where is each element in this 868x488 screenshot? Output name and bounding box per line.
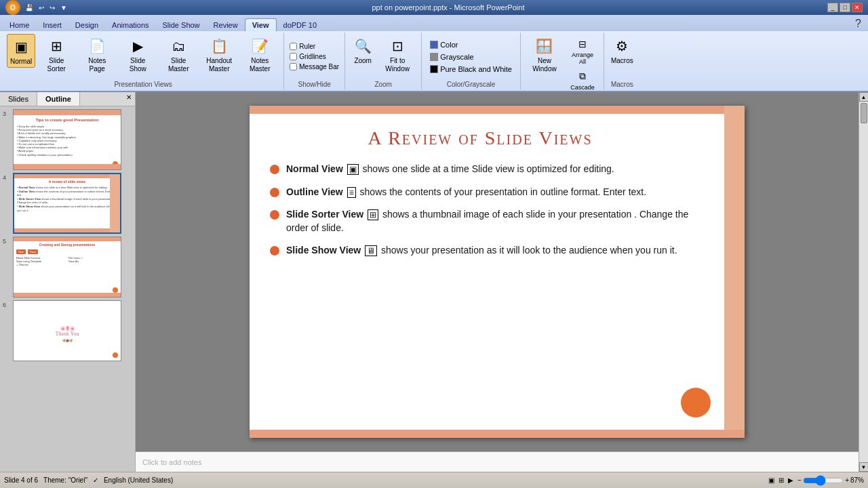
slide-thumb-6[interactable]: 6 🌸🌷🌸 Thank You 🌿🌺🌿	[3, 300, 132, 361]
ribbon-group-zoom: 🔍 Zoom ⊡ Fit to Window Zoom	[345, 33, 422, 89]
zoom-slider[interactable]	[803, 478, 844, 483]
view-sorter-icon[interactable]: ⊞	[778, 476, 784, 484]
quick-access-toolbar: 💾 ↩ ↪ ▼	[23, 3, 69, 12]
tab-animations[interactable]: Animations	[105, 19, 155, 31]
tab-home[interactable]: Home	[3, 19, 36, 31]
color-group-label: Color/Grayscale	[447, 81, 496, 88]
sidebar-tab-slides[interactable]: Slides	[0, 92, 37, 106]
cascade-btn[interactable]: ⧉ Cascade	[567, 68, 598, 92]
arrange-all-btn[interactable]: ⊟ Arrange All	[567, 35, 598, 66]
message-bar-check[interactable]: Message Bar	[288, 62, 340, 71]
slide-title: A Review of Slide Views	[270, 127, 690, 149]
tab-dopdf[interactable]: doPDF 10	[277, 19, 324, 31]
slide-info: Slide 4 of 6	[4, 476, 38, 484]
slide-bottom-decoration	[250, 430, 745, 438]
slide-img-6: 🌸🌷🌸 Thank You 🌿🌺🌿	[13, 300, 121, 361]
view-slideshow-icon[interactable]: ▶	[788, 476, 793, 484]
tab-insert[interactable]: Insert	[36, 19, 68, 31]
close-btn[interactable]: ✕	[852, 3, 863, 12]
pure-bw-label: Pure Black and White	[440, 65, 512, 73]
new-window-icon: 🪟	[534, 35, 555, 57]
new-window-label: New Window	[528, 57, 561, 73]
sidebar-tab-outline[interactable]: Outline	[37, 92, 80, 106]
slide-thumb-4[interactable]: 4 A review of slide views • Normal View …	[3, 173, 132, 234]
bullet-text-2: Outline View ≡ shows the contents of you…	[286, 186, 646, 199]
slide-thumb-3[interactable]: 3 Tips to create good Presentation • Kee…	[3, 109, 132, 170]
slide-right-decoration	[724, 106, 745, 438]
zoom-btn[interactable]: 🔍 Zoom	[349, 34, 376, 66]
tab-view[interactable]: View	[245, 18, 277, 31]
zoom-control[interactable]: − + 87%	[797, 476, 864, 484]
grayscale-btn[interactable]: Grayscale	[426, 52, 478, 62]
slide-sorter-btn[interactable]: ⊞ Slide Sorter	[37, 34, 76, 75]
slide-num-4: 4	[3, 174, 11, 181]
color-btn[interactable]: Color	[426, 39, 462, 50]
fit-to-window-label: Fit to Window	[380, 57, 414, 73]
zoom-in-btn[interactable]: +	[845, 476, 849, 484]
gridlines-check[interactable]: Gridlines	[288, 52, 327, 61]
slide-sorter-label: Slide Sorter	[39, 57, 73, 73]
minimize-btn[interactable]: _	[827, 3, 838, 12]
outline-view-inline-icon: ≡	[347, 187, 356, 198]
office-button[interactable]: O	[5, 0, 20, 15]
ruler-check[interactable]: Ruler	[288, 42, 317, 51]
ribbon-help-btn[interactable]: ?	[851, 16, 865, 31]
notes-master-icon: 📝	[249, 35, 271, 57]
message-bar-checkbox[interactable]	[290, 63, 297, 70]
handout-master-btn[interactable]: 📋 Handout Master	[199, 34, 239, 75]
vertical-scrollbar[interactable]: ▲ ▼	[859, 92, 868, 472]
grayscale-swatch	[430, 53, 438, 61]
bullet-bold-1: Normal View	[286, 163, 346, 174]
color-buttons: Color Grayscale Pure Black and White	[426, 34, 516, 79]
ribbon-tabs: Home Insert Design Animations Slide Show…	[0, 15, 868, 31]
notes-page-btn[interactable]: 📄 Notes Page	[77, 34, 117, 75]
notes-page-icon: 📄	[86, 35, 108, 57]
status-right: ▣ ⊞ ▶ − + 87%	[768, 476, 864, 484]
slide-num-3: 3	[3, 110, 11, 117]
pure-bw-btn[interactable]: Pure Black and White	[426, 64, 516, 75]
main-area: A Review of Slide Views Normal View ▣ sh…	[136, 92, 859, 472]
title-bar-left: O 💾 ↩ ↪ ▼	[5, 0, 69, 15]
normal-view-btn[interactable]: ▣ Normal	[7, 34, 35, 68]
fit-to-window-btn[interactable]: ⊡ Fit to Window	[378, 34, 417, 75]
scroll-down-btn[interactable]: ▼	[859, 462, 869, 472]
sidebar-close-btn[interactable]: ✕	[123, 92, 135, 106]
tab-review[interactable]: Review	[207, 19, 245, 31]
notes-placeholder[interactable]: Click to add notes	[142, 458, 201, 466]
gridlines-checkbox[interactable]	[290, 53, 297, 60]
bullet-dot-3	[270, 210, 279, 220]
slide-top-decoration	[250, 106, 745, 114]
macros-btn[interactable]: ⚙ Macros	[608, 34, 636, 66]
slide-show-btn[interactable]: ▶ Slide Show	[118, 34, 157, 75]
notes-area[interactable]: Click to add notes	[136, 451, 859, 472]
slide-canvas[interactable]: A Review of Slide Views Normal View ▣ sh…	[250, 106, 745, 438]
view-normal-icon[interactable]: ▣	[768, 476, 774, 484]
zoom-group-label: Zoom	[374, 81, 392, 88]
slide-thumb-5[interactable]: 5 Creating and Saving presentations New …	[3, 237, 132, 298]
slide-panel[interactable]: 3 Tips to create good Presentation • Kee…	[0, 106, 135, 472]
window-controls: _ □ ✕	[827, 3, 863, 12]
zoom-out-btn[interactable]: −	[797, 476, 802, 484]
redo-qat-btn[interactable]: ↪	[47, 3, 57, 12]
notes-master-btn[interactable]: 📝 Notes Master	[240, 34, 279, 75]
show-hide-group-label: Show/Hide	[298, 81, 331, 88]
maximize-btn[interactable]: □	[840, 3, 850, 12]
ruler-checkbox[interactable]	[290, 43, 297, 50]
slide-master-btn[interactable]: 🗂 Slide Master	[159, 34, 198, 75]
status-left: Slide 4 of 6 Theme: "Oriel" ✓ English (U…	[4, 476, 173, 484]
tab-design[interactable]: Design	[68, 19, 105, 31]
zoom-buttons: 🔍 Zoom ⊡ Fit to Window	[349, 34, 417, 79]
scroll-up-btn[interactable]: ▲	[859, 92, 869, 102]
slide-show-label: Slide Show	[121, 57, 155, 73]
arrange-all-icon: ⊟	[574, 36, 591, 52]
undo-qat-btn[interactable]: ↩	[37, 3, 46, 12]
qat-dropdown[interactable]: ▼	[58, 3, 69, 12]
save-qat-btn[interactable]: 💾	[23, 3, 35, 12]
tab-slide-show[interactable]: Slide Show	[156, 19, 207, 31]
macros-icon: ⚙	[611, 35, 633, 57]
scroll-thumb[interactable]	[861, 103, 867, 123]
ribbon-group-show-hide: Ruler Gridlines Message Bar Show/Hide	[284, 33, 345, 89]
scroll-track	[861, 102, 867, 462]
ribbon-content: ▣ Normal ⊞ Slide Sorter 📄 Notes Page ▶ S…	[0, 31, 868, 91]
new-window-btn[interactable]: 🪟 New Window	[525, 34, 564, 75]
